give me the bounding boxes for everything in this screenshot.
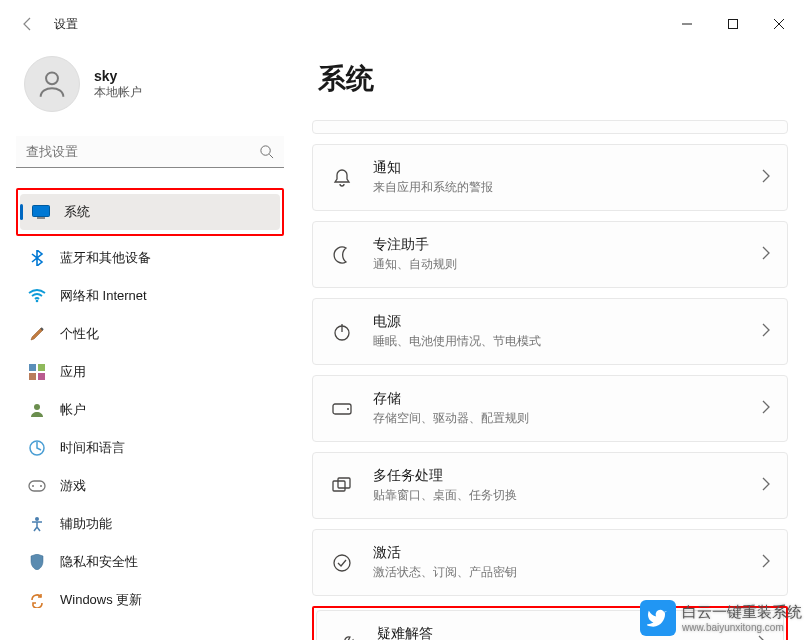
search-input[interactable] <box>16 136 284 168</box>
sidebar-item-label: 辅助功能 <box>60 515 112 533</box>
gamepad-icon <box>28 477 46 495</box>
sidebar-item-gaming[interactable]: 游戏 <box>16 468 284 504</box>
sidebar-item-label: 网络和 Internet <box>60 287 147 305</box>
avatar <box>24 56 80 112</box>
svg-rect-1 <box>729 20 738 29</box>
card-notifications[interactable]: 通知 来自应用和系统的警报 <box>312 144 788 211</box>
svg-point-23 <box>347 408 349 410</box>
card-subtitle: 贴靠窗口、桌面、任务切换 <box>373 487 761 504</box>
svg-rect-12 <box>29 373 36 380</box>
sidebar-item-label: 个性化 <box>60 325 99 343</box>
bell-icon <box>329 165 355 191</box>
svg-rect-7 <box>33 206 50 217</box>
shield-icon <box>28 553 46 571</box>
sidebar-item-windows-update[interactable]: Windows 更新 <box>16 582 284 618</box>
svg-point-26 <box>334 555 350 571</box>
chevron-right-icon <box>761 400 771 418</box>
svg-point-18 <box>40 485 42 487</box>
wifi-icon <box>28 287 46 305</box>
sidebar-item-time-language[interactable]: 时间和语言 <box>16 430 284 466</box>
update-icon <box>28 591 46 609</box>
card-title: 电源 <box>373 313 761 331</box>
page-title: 系统 <box>318 60 788 98</box>
svg-rect-8 <box>37 217 45 219</box>
bluetooth-icon <box>28 249 46 267</box>
svg-rect-13 <box>38 373 45 380</box>
card-power[interactable]: 电源 睡眠、电池使用情况、节电模式 <box>312 298 788 365</box>
close-button[interactable] <box>756 8 802 40</box>
globe-clock-icon <box>28 439 46 457</box>
moon-icon <box>329 242 355 268</box>
sidebar-item-network[interactable]: 网络和 Internet <box>16 278 284 314</box>
card-subtitle: 来自应用和系统的警报 <box>373 179 761 196</box>
windows-icon <box>329 473 355 499</box>
svg-point-17 <box>32 485 34 487</box>
chevron-right-icon <box>761 169 771 187</box>
maximize-button[interactable] <box>710 8 756 40</box>
sidebar-item-privacy[interactable]: 隐私和安全性 <box>16 544 284 580</box>
watermark-text: 白云一键重装系统 <box>682 603 802 622</box>
card-subtitle: 存储空间、驱动器、配置规则 <box>373 410 761 427</box>
card-title: 存储 <box>373 390 761 408</box>
card-subtitle: 睡眠、电池使用情况、节电模式 <box>373 333 761 350</box>
minimize-button[interactable] <box>664 8 710 40</box>
svg-rect-25 <box>338 478 350 488</box>
card-title: 通知 <box>373 159 761 177</box>
card-focus-assist[interactable]: 专注助手 通知、自动规则 <box>312 221 788 288</box>
sidebar-item-label: 隐私和安全性 <box>60 553 138 571</box>
chevron-right-icon <box>761 323 771 341</box>
search-icon <box>259 144 274 163</box>
svg-point-5 <box>261 146 270 155</box>
power-icon <box>329 319 355 345</box>
sidebar-item-system[interactable]: 系统 <box>20 194 280 230</box>
chevron-right-icon <box>761 554 771 572</box>
card-title: 激活 <box>373 544 761 562</box>
brush-icon <box>28 325 46 343</box>
watermark: 白云一键重装系统 www.baiyunxitong.com <box>632 596 810 640</box>
svg-rect-24 <box>333 481 345 491</box>
card-title: 多任务处理 <box>373 467 761 485</box>
card-partial[interactable] <box>312 120 788 134</box>
svg-line-6 <box>269 154 273 158</box>
sidebar-item-label: 时间和语言 <box>60 439 125 457</box>
check-circle-icon <box>329 550 355 576</box>
svg-rect-11 <box>38 364 45 371</box>
accessibility-icon <box>28 515 46 533</box>
sidebar-item-bluetooth[interactable]: 蓝牙和其他设备 <box>16 240 284 276</box>
sidebar-item-label: 系统 <box>64 203 90 221</box>
sidebar-item-label: 帐户 <box>60 401 86 419</box>
card-storage[interactable]: 存储 存储空间、驱动器、配置规则 <box>312 375 788 442</box>
card-activation[interactable]: 激活 激活状态、订阅、产品密钥 <box>312 529 788 596</box>
svg-point-4 <box>46 72 58 84</box>
card-title: 专注助手 <box>373 236 761 254</box>
person-icon <box>28 401 46 419</box>
sidebar-item-accounts[interactable]: 帐户 <box>16 392 284 428</box>
sidebar-item-accessibility[interactable]: 辅助功能 <box>16 506 284 542</box>
card-subtitle: 激活状态、订阅、产品密钥 <box>373 564 761 581</box>
svg-rect-10 <box>29 364 36 371</box>
bird-icon <box>640 600 676 636</box>
card-multitasking[interactable]: 多任务处理 贴靠窗口、桌面、任务切换 <box>312 452 788 519</box>
drive-icon <box>329 396 355 422</box>
sidebar-item-label: 游戏 <box>60 477 86 495</box>
window-title: 设置 <box>54 16 78 33</box>
chevron-right-icon <box>761 246 771 264</box>
sidebar-item-personalization[interactable]: 个性化 <box>16 316 284 352</box>
svg-rect-16 <box>29 481 45 491</box>
back-button[interactable] <box>8 4 48 44</box>
sidebar-item-label: Windows 更新 <box>60 591 142 609</box>
sidebar-item-label: 应用 <box>60 363 86 381</box>
watermark-url: www.baiyunxitong.com <box>682 622 802 633</box>
svg-point-19 <box>35 517 39 521</box>
svg-point-9 <box>36 300 39 303</box>
sidebar-item-apps[interactable]: 应用 <box>16 354 284 390</box>
user-name: sky <box>94 68 142 84</box>
apps-icon <box>28 363 46 381</box>
svg-point-14 <box>34 404 40 410</box>
card-subtitle: 通知、自动规则 <box>373 256 761 273</box>
user-type: 本地帐户 <box>94 84 142 101</box>
user-block[interactable]: sky 本地帐户 <box>16 48 284 132</box>
system-icon <box>32 203 50 221</box>
chevron-right-icon <box>761 477 771 495</box>
wrench-icon <box>333 631 359 641</box>
